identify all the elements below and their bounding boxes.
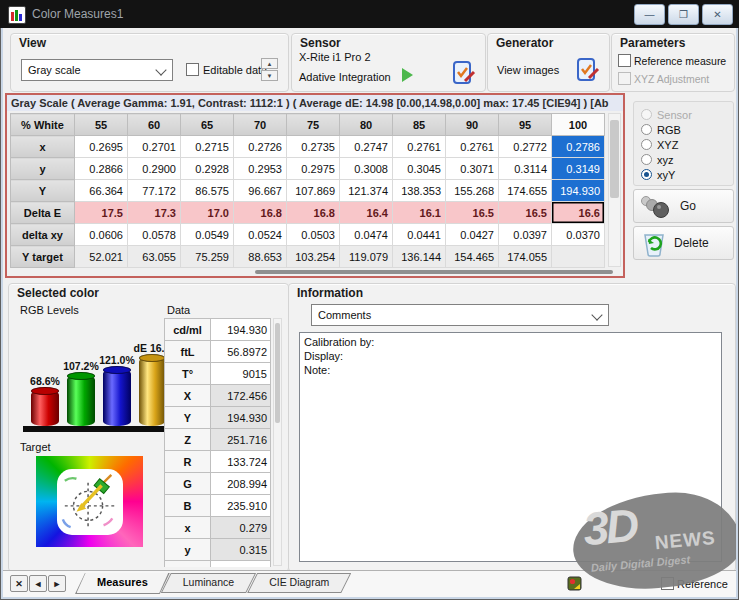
- close-view-button[interactable]: ✕: [10, 575, 28, 592]
- grayscale-cell[interactable]: 138.353: [393, 180, 446, 202]
- grayscale-cell[interactable]: 66.364: [75, 180, 128, 202]
- grayscale-cell[interactable]: 0.2761: [446, 136, 499, 158]
- grayscale-cell[interactable]: 96.667: [234, 180, 287, 202]
- grayscale-cell[interactable]: 119.079: [340, 246, 393, 268]
- grayscale-column-header[interactable]: 95: [499, 114, 552, 136]
- grayscale-cell[interactable]: 194.930: [552, 180, 605, 202]
- grayscale-cell[interactable]: 16.8: [234, 202, 287, 224]
- grayscale-cell[interactable]: 16.4: [340, 202, 393, 224]
- editable-data-checkbox[interactable]: [186, 63, 199, 76]
- delete-button[interactable]: Delete: [633, 226, 734, 260]
- grayscale-cell[interactable]: [552, 246, 605, 268]
- grayscale-cell[interactable]: 154.465: [446, 246, 499, 268]
- radio-icon[interactable]: [641, 139, 652, 150]
- grayscale-vertical-scrollbar[interactable]: [608, 113, 621, 267]
- grayscale-cell[interactable]: 0.3008: [340, 158, 393, 180]
- grayscale-cell[interactable]: 0.0474: [340, 224, 393, 246]
- reference-measure-checkbox[interactable]: [618, 54, 631, 67]
- configure-generator-icon[interactable]: [576, 57, 600, 83]
- grayscale-column-header[interactable]: 60: [128, 114, 181, 136]
- grayscale-vscroll-thumb[interactable]: [610, 120, 619, 198]
- grayscale-column-header[interactable]: 85: [393, 114, 446, 136]
- grayscale-cell[interactable]: 16.8: [287, 202, 340, 224]
- grayscale-cell[interactable]: 0.2953: [234, 158, 287, 180]
- display-mode-option-xyy[interactable]: xyY: [641, 167, 733, 182]
- grayscale-cell[interactable]: 0.0606: [75, 224, 128, 246]
- minimize-button[interactable]: —: [634, 4, 665, 25]
- grayscale-cell[interactable]: 17.0: [181, 202, 234, 224]
- grayscale-cell[interactable]: 0.0524: [234, 224, 287, 246]
- grayscale-cell[interactable]: 63.055: [128, 246, 181, 268]
- grayscale-cell[interactable]: 0.2701: [128, 136, 181, 158]
- spinner-down-icon[interactable]: ▼: [261, 70, 278, 81]
- grayscale-cell[interactable]: 107.869: [287, 180, 340, 202]
- grayscale-cell[interactable]: 136.144: [393, 246, 446, 268]
- grayscale-cell[interactable]: 88.653: [234, 246, 287, 268]
- color-data-scrollbar[interactable]: [273, 318, 282, 566]
- grayscale-cell[interactable]: 0.0427: [446, 224, 499, 246]
- spinner-up-icon[interactable]: ▲: [261, 58, 278, 69]
- grayscale-cell[interactable]: 0.2715: [181, 136, 234, 158]
- grayscale-cell[interactable]: 0.0370: [552, 224, 605, 246]
- grayscale-cell[interactable]: 0.2975: [287, 158, 340, 180]
- tab-cie-diagram[interactable]: CIE Diagram: [247, 573, 351, 593]
- grayscale-cell[interactable]: 16.1: [393, 202, 446, 224]
- titlebar[interactable]: Color Measures1 — ❐ ✕: [0, 0, 739, 28]
- grayscale-column-header[interactable]: 75: [287, 114, 340, 136]
- grayscale-cell[interactable]: 0.2761: [393, 136, 446, 158]
- grayscale-column-header[interactable]: 80: [340, 114, 393, 136]
- play-icon[interactable]: [402, 68, 413, 82]
- maximize-button[interactable]: ❐: [668, 4, 699, 25]
- display-mode-option-xyz[interactable]: xyz: [641, 152, 733, 167]
- grayscale-cell[interactable]: 0.2928: [181, 158, 234, 180]
- grayscale-cell[interactable]: 0.0397: [499, 224, 552, 246]
- grayscale-cell[interactable]: 17.3: [128, 202, 181, 224]
- grayscale-cell[interactable]: 0.2900: [128, 158, 181, 180]
- grayscale-column-header[interactable]: 100: [552, 114, 605, 136]
- grayscale-cell[interactable]: 77.172: [128, 180, 181, 202]
- grayscale-cell[interactable]: 0.0441: [393, 224, 446, 246]
- color-data-scroll-thumb[interactable]: [275, 323, 280, 423]
- notes-textarea[interactable]: Calibration by: Display: Note:: [299, 332, 722, 562]
- grayscale-cell[interactable]: 0.0578: [128, 224, 181, 246]
- comments-select[interactable]: Comments: [311, 304, 609, 326]
- go-button[interactable]: Go: [633, 189, 734, 223]
- grayscale-cell[interactable]: 0.3071: [446, 158, 499, 180]
- grayscale-column-header[interactable]: 70: [234, 114, 287, 136]
- grayscale-cell[interactable]: 0.3045: [393, 158, 446, 180]
- grayscale-cell[interactable]: 0.3114: [499, 158, 552, 180]
- grayscale-cell[interactable]: 155.268: [446, 180, 499, 202]
- grayscale-cell[interactable]: 0.2772: [499, 136, 552, 158]
- reference-checkbox[interactable]: [661, 577, 674, 590]
- grayscale-cell[interactable]: 0.0503: [287, 224, 340, 246]
- grayscale-cell[interactable]: 103.254: [287, 246, 340, 268]
- grayscale-cell[interactable]: 16.5: [446, 202, 499, 224]
- scale-select[interactable]: Gray scale: [21, 59, 173, 81]
- tab-scroll-right-button[interactable]: ►: [48, 575, 66, 592]
- grayscale-cell[interactable]: 0.2695: [75, 136, 128, 158]
- radio-icon[interactable]: [641, 169, 652, 180]
- grayscale-cell[interactable]: 0.3149: [552, 158, 605, 180]
- grayscale-cell[interactable]: 174.655: [499, 180, 552, 202]
- radio-icon[interactable]: [641, 124, 652, 135]
- grayscale-cell[interactable]: 0.2726: [234, 136, 287, 158]
- tab-luminance[interactable]: Luminance: [161, 573, 256, 593]
- grayscale-cell[interactable]: 0.2786: [552, 136, 605, 158]
- configure-sensor-icon[interactable]: [452, 60, 476, 86]
- grayscale-cell[interactable]: 52.021: [75, 246, 128, 268]
- grayscale-cell[interactable]: 174.055: [499, 246, 552, 268]
- close-button[interactable]: ✕: [702, 4, 733, 25]
- grayscale-horizontal-scrollbar[interactable]: [255, 270, 613, 274]
- grayscale-cell[interactable]: 0.2866: [75, 158, 128, 180]
- radio-icon[interactable]: [641, 154, 652, 165]
- grayscale-cell[interactable]: 16.5: [499, 202, 552, 224]
- grayscale-column-header[interactable]: 65: [181, 114, 234, 136]
- grayscale-cell[interactable]: 75.259: [181, 246, 234, 268]
- grayscale-cell[interactable]: 86.575: [181, 180, 234, 202]
- grayscale-column-header[interactable]: 55: [75, 114, 128, 136]
- display-mode-option-rgb[interactable]: RGB: [641, 122, 733, 137]
- grayscale-cell[interactable]: 121.374: [340, 180, 393, 202]
- tab-scroll-left-button[interactable]: ◄: [29, 575, 47, 592]
- grayscale-cell[interactable]: 16.6: [552, 202, 605, 224]
- tab-measures[interactable]: Measures: [75, 573, 170, 594]
